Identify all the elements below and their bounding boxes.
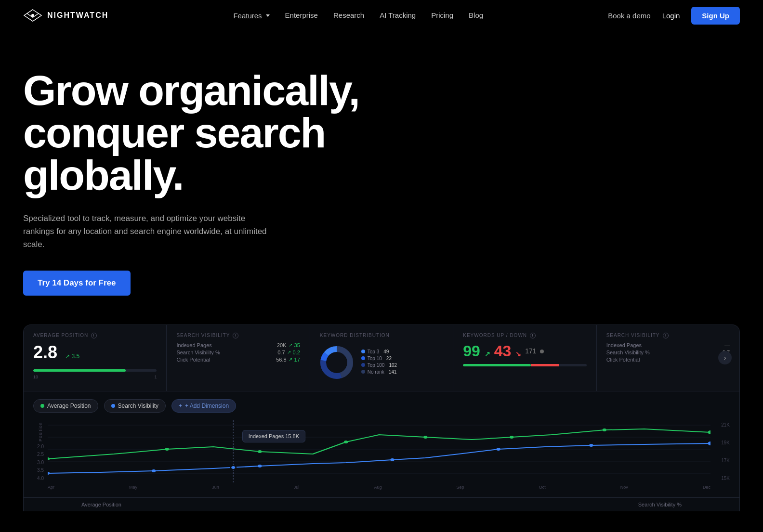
svg-point-11	[48, 457, 50, 460]
logo[interactable]: NIGHTWATCH	[23, 9, 108, 22]
navbar: NIGHTWATCH Features Enterprise Research …	[0, 0, 763, 31]
legend-top100-dot	[361, 363, 365, 367]
legend-top100: Top 100 102	[361, 363, 397, 368]
sv-sv-label: Search Visibility %	[176, 350, 220, 355]
nav-features[interactable]: Features	[233, 12, 269, 20]
bar-label-high: 1	[154, 375, 157, 379]
sv-indexed-label: Indexed Pages	[176, 342, 211, 348]
legend-norank-dot	[361, 370, 365, 374]
next-arrow-button[interactable]: ›	[718, 351, 732, 364]
chart-y-axis-right: 21K 19K 17K 15K	[710, 420, 730, 483]
sv-sv-val: 0.7	[277, 350, 285, 355]
sv2-cp-label: Click Potential	[606, 357, 640, 363]
chart-area: Average Position Search Visibility + + A…	[24, 391, 739, 497]
signup-button[interactable]: Sign Up	[691, 7, 740, 25]
legend-top3-dot	[361, 350, 365, 353]
avg-position-bar	[33, 369, 157, 372]
logo-icon	[23, 9, 42, 22]
svg-point-27	[231, 466, 236, 469]
sv-cp-label: Click Potential	[176, 357, 210, 363]
donut-chart-area: Top 3 49 Top 10 22 Top 100 102	[320, 342, 443, 383]
stat-card-keywords-updown: KEYWORDS UP / DOWN i 99 ↗ 43 ↘ 171	[453, 325, 596, 391]
sv-indexed-val: 20K	[277, 342, 287, 348]
svg-point-15	[423, 436, 427, 439]
sv-click-potential-row: Click Potential 56.8 ↗ 17	[176, 357, 300, 363]
kud-progress-bar	[463, 364, 586, 366]
sv-cp-change-icon: ↗	[289, 357, 292, 362]
kd-label: KEYWORD DISTRIBUTION	[320, 333, 390, 338]
sv2-indexed-label: Indexed Pages	[606, 342, 642, 348]
down-arrow-icon: ↘	[515, 350, 521, 358]
neutral-dot	[540, 350, 544, 353]
add-dimension-button[interactable]: + + Add Dimension	[171, 399, 236, 413]
svg-point-16	[510, 436, 513, 439]
sv-sv-change: 0.2	[293, 350, 300, 355]
search-vis-info-icon: i	[233, 333, 238, 338]
y-axis-label: Position	[38, 422, 43, 441]
search-visibility-toggle[interactable]: Search Visibility	[104, 399, 166, 413]
kud-info-icon: i	[530, 333, 536, 338]
svg-point-0	[31, 14, 34, 17]
nav-enterprise[interactable]: Enterprise	[285, 11, 318, 20]
search-vis-bottom-label: Search Visibility %	[638, 502, 682, 507]
avg-position-info-icon: i	[91, 333, 97, 338]
chevron-down-icon	[266, 14, 270, 17]
donut-legend: Top 3 49 Top 10 22 Top 100 102	[361, 349, 397, 376]
sv-sv-change-icon: ↗	[287, 350, 291, 355]
chart-lines-svg	[48, 420, 710, 483]
stat-card-avg-position: AVERAGE POSITION i 2.8 ↗ 3.5 10 1	[24, 325, 167, 391]
nav-links: Features Enterprise Research AI Tracking…	[233, 11, 483, 20]
avg-position-delta: ↗ 3.5	[65, 353, 79, 360]
search-visibility-dot	[111, 404, 115, 408]
sv-search-vis-row: Search Visibility % 0.7 ↗ 0.2	[176, 350, 300, 355]
sv2-info-icon: i	[663, 333, 669, 338]
stats-row: AVERAGE POSITION i 2.8 ↗ 3.5 10 1 SEARCH…	[24, 325, 739, 391]
svg-point-24	[589, 444, 593, 447]
avg-position-label: AVERAGE POSITION	[33, 333, 88, 338]
sv-indexed-pages-row: Indexed Pages 20K ↗ 35	[176, 342, 300, 348]
svg-point-13	[258, 450, 262, 453]
stat-card-search-visibility: SEARCH VISIBILITY i Indexed Pages 20K ↗ …	[167, 325, 310, 391]
sv-indexed-change: 35	[294, 342, 300, 348]
hero-subtitle: Specialized tool to track, measure, and …	[23, 212, 274, 251]
nav-blog[interactable]: Blog	[469, 11, 483, 20]
chart-y-axis-left: Position 2.0 2.5 3.0 3.5 4.0	[33, 420, 48, 483]
svg-point-17	[603, 428, 606, 431]
hero-title: Grow organically, conquer search globall…	[23, 69, 410, 196]
sv2-label: SEARCH VISIBILITY	[606, 333, 660, 338]
chart-controls: Average Position Search Visibility + + A…	[33, 399, 730, 413]
nav-ai-tracking[interactable]: AI Tracking	[380, 11, 416, 20]
avg-position-bottom-label: Average Position	[81, 502, 121, 507]
svg-point-21	[258, 465, 262, 467]
avg-position-dot	[40, 404, 44, 408]
chart-svg-area: Position 2.0 2.5 3.0 3.5 4.0	[33, 420, 730, 483]
svg-point-12	[165, 448, 169, 451]
kud-down-val: 43 ↘	[494, 342, 521, 360]
book-demo-link[interactable]: Book a demo	[608, 12, 650, 20]
stat-card-search-visibility-2: SEARCH VISIBILITY i Indexed Pages — Sear…	[597, 325, 739, 391]
nav-actions: Book a demo Login Sign Up	[608, 7, 740, 25]
sv2-sv-label: Search Visibility %	[606, 350, 650, 355]
logo-text: NIGHTWATCH	[47, 11, 108, 20]
kud-label: KEYWORDS UP / DOWN	[463, 333, 527, 338]
sv-indexed-change-icon: ↗	[289, 342, 292, 348]
chart-x-axis: Apr May Jun Jul Aug Sep Oct Nov Dec	[33, 485, 730, 490]
avg-position-toggle[interactable]: Average Position	[33, 399, 98, 413]
legend-top10-dot	[361, 356, 365, 360]
bar-label-low: 10	[33, 375, 38, 379]
add-dimension-icon: +	[179, 402, 182, 409]
nav-pricing[interactable]: Pricing	[431, 11, 453, 20]
legend-top3: Top 3 49	[361, 349, 397, 354]
svg-point-22	[390, 458, 394, 461]
dashboard-preview: AVERAGE POSITION i 2.8 ↗ 3.5 10 1 SEARCH…	[23, 324, 740, 511]
sv-cp-change: 17	[294, 357, 300, 363]
hero-section: Grow organically, conquer search globall…	[0, 31, 434, 324]
chart-bottom-labels: Average Position Search Visibility %	[24, 497, 739, 511]
svg-point-14	[344, 441, 348, 443]
try-free-button[interactable]: Try 14 Days for Free	[23, 271, 131, 296]
login-link[interactable]: Login	[662, 12, 680, 20]
legend-top10: Top 10 22	[361, 356, 397, 361]
sv-cp-val: 56.8	[276, 357, 286, 363]
nav-research[interactable]: Research	[333, 11, 364, 20]
legend-norank: No rank 141	[361, 369, 397, 375]
